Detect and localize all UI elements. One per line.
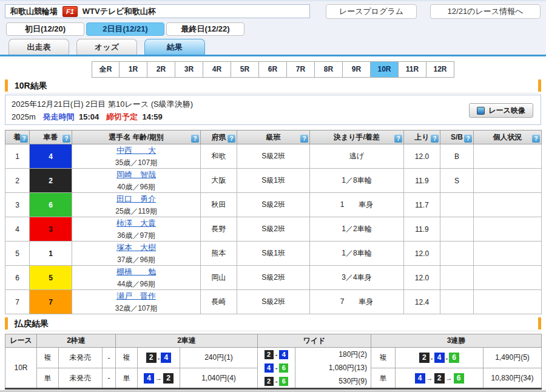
car-number-chip: 6 bbox=[279, 363, 288, 373]
race-tab-7r[interactable]: 7R bbox=[287, 61, 315, 78]
rank-cell: 5 bbox=[5, 242, 30, 266]
rider-name-link[interactable]: 棚橋 勉 bbox=[116, 267, 156, 276]
help-icon[interactable]: ? bbox=[464, 135, 472, 143]
race-tab-6r[interactable]: 6R bbox=[259, 61, 287, 78]
rider-name-link[interactable]: 塚本 大樹 bbox=[116, 243, 156, 252]
race-tab-5r[interactable]: 5R bbox=[231, 61, 259, 78]
trio-combo: 2-4-6 bbox=[396, 348, 484, 368]
help-icon[interactable]: ? bbox=[532, 135, 540, 143]
help-icon[interactable]: ? bbox=[394, 135, 402, 143]
trifecta-combo: 4→2→6 bbox=[396, 368, 484, 389]
status-cell bbox=[474, 169, 542, 193]
bracket-fuku-amount: - bbox=[103, 348, 116, 368]
car-number-chip: 4 bbox=[279, 350, 288, 359]
class-cell: S級2班 bbox=[237, 290, 310, 314]
tab-results-active[interactable]: 結果 bbox=[144, 39, 205, 55]
class-cell: S級2班 bbox=[237, 217, 310, 242]
rider-cell: 柿澤 大貴36歳／97期 bbox=[72, 217, 201, 242]
help-icon[interactable]: ? bbox=[300, 135, 308, 143]
margin-cell: 3／4車身 bbox=[310, 266, 404, 290]
race-tab-10r-active[interactable]: 10R bbox=[371, 61, 399, 78]
wide-combo-row: 4-6 bbox=[258, 361, 295, 374]
lap-time-cell: 11.7 bbox=[404, 193, 440, 217]
prefecture-cell: 大阪 bbox=[201, 169, 237, 193]
help-icon[interactable]: ? bbox=[228, 135, 235, 143]
rider-name-link[interactable]: 中西 大 bbox=[116, 146, 156, 155]
header-lap-time: 上り? bbox=[404, 130, 440, 144]
rider-age-term: 25歳／119期 bbox=[72, 206, 200, 217]
tab-start-list[interactable]: 出走表 bbox=[8, 39, 69, 55]
day-tab-final[interactable]: 最終日(12/22) bbox=[166, 22, 244, 36]
race-tab-12r[interactable]: 12R bbox=[426, 61, 454, 78]
result-section-heading: 10R結果 bbox=[0, 79, 546, 92]
rank-cell: 2 bbox=[5, 169, 30, 193]
header-margin: 決まり手/着差? bbox=[310, 130, 404, 144]
table-row: 7 7 瀬戸 晋作32歳／107期 長崎 S級2班 7 車身 12.4 bbox=[5, 290, 542, 314]
wide-amount: 530円(9) bbox=[295, 374, 371, 388]
race-tab-11r[interactable]: 11R bbox=[399, 61, 426, 78]
race-tab-1r[interactable]: 1R bbox=[120, 61, 147, 78]
race-info-box: 2025年12月21日(日) 2日目 第10レース (S級準決勝) 2025m … bbox=[5, 95, 541, 125]
status-cell bbox=[474, 266, 542, 290]
margin-cell: 逃げ bbox=[310, 144, 404, 169]
help-icon[interactable]: ? bbox=[191, 135, 199, 143]
rider-name-link[interactable]: 柿澤 大貴 bbox=[116, 218, 156, 228]
prefecture-cell: 長野 bbox=[201, 217, 237, 242]
car-number-chip: 4 bbox=[434, 353, 445, 363]
car-number-chip: 2 bbox=[419, 353, 430, 363]
payout-section-heading: 払戻結果 bbox=[0, 317, 546, 330]
rider-cell: 瀬戸 晋作32歳／107期 bbox=[72, 290, 201, 314]
car-number-chip: 2 bbox=[265, 350, 274, 359]
help-icon[interactable]: ? bbox=[431, 135, 439, 143]
help-icon[interactable]: ? bbox=[62, 135, 70, 143]
car-number-chip: 4 bbox=[144, 373, 154, 384]
tab-odds[interactable]: オッズ bbox=[76, 39, 137, 55]
race-video-button[interactable]: レース映像 bbox=[469, 103, 533, 118]
lap-time-cell: 11.9 bbox=[404, 169, 440, 193]
race-program-button[interactable]: レースプログラム bbox=[326, 4, 417, 19]
sb-cell: S bbox=[440, 169, 474, 193]
section-underline bbox=[5, 331, 541, 331]
race-tab-2r[interactable]: 2R bbox=[147, 61, 175, 78]
wide-combos: 2-4 4-6 2-6 bbox=[258, 348, 295, 389]
combo-separator: - bbox=[431, 354, 433, 362]
combo-separator: - bbox=[275, 351, 278, 358]
tan-label: 単 bbox=[116, 368, 138, 389]
class-cell: S級2班 bbox=[237, 144, 310, 169]
prefecture-cell: 熊本 bbox=[201, 242, 237, 266]
prefecture-cell: 秋田 bbox=[201, 193, 237, 217]
help-icon[interactable]: ? bbox=[20, 135, 28, 143]
tab-underline bbox=[0, 55, 546, 56]
rider-cell: 塚本 大樹37歳／96期 bbox=[72, 242, 201, 266]
class-cell: S級1班 bbox=[237, 242, 310, 266]
status-cell bbox=[474, 217, 542, 242]
day-tab-first[interactable]: 初日(12/20) bbox=[6, 22, 84, 36]
race-distance: 2025m bbox=[12, 112, 36, 121]
rider-name-link[interactable]: 瀬戸 晋作 bbox=[116, 291, 156, 300]
race-tab-8r[interactable]: 8R bbox=[315, 61, 343, 78]
race-tab-all[interactable]: 全R bbox=[92, 61, 120, 78]
race-info-link-button[interactable]: 12/21のレース情報へ bbox=[430, 4, 541, 19]
car-number-cell: 5 bbox=[30, 266, 72, 290]
rider-name-link[interactable]: 岡崎 智哉 bbox=[116, 170, 156, 179]
race-tab-4r[interactable]: 4R bbox=[203, 61, 231, 78]
day-tab-second-active[interactable]: 2日目(12/21) bbox=[86, 22, 164, 36]
lap-time-cell: 12.0 bbox=[404, 242, 440, 266]
combo-separator: - bbox=[275, 377, 278, 385]
combo-separator: - bbox=[446, 354, 448, 362]
payout-row-fuku: 10R 複 未発売 - 複 2-4 240円(1) 2-4 4-6 2-6 18… bbox=[5, 348, 542, 368]
wide-combo-row: 2-4 bbox=[258, 348, 295, 361]
margin-cell: 1／8車輪 bbox=[310, 242, 404, 266]
rank-cell: 1 bbox=[5, 144, 30, 169]
rider-name-link[interactable]: 田口 勇介 bbox=[116, 194, 156, 203]
rank-cell: 4 bbox=[5, 217, 30, 242]
trifecta-amount: 10,830円(34) bbox=[484, 368, 542, 389]
rider-age-term: 32歳／107期 bbox=[72, 303, 200, 314]
race-tab-9r[interactable]: 9R bbox=[343, 61, 371, 78]
sb-cell bbox=[440, 217, 474, 242]
race-tab-3r[interactable]: 3R bbox=[175, 61, 203, 78]
rank-cell: 7 bbox=[5, 290, 30, 314]
rider-cell: 田口 勇介25歳／119期 bbox=[72, 193, 201, 217]
wide-combo-row: 2-6 bbox=[258, 374, 295, 388]
day-tabs: 初日(12/20) 2日目(12/21) 最終日(12/22) bbox=[6, 22, 244, 36]
